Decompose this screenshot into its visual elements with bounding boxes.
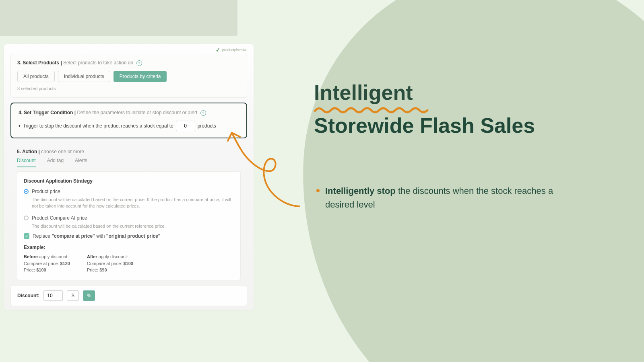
all-products-button[interactable]: All products [17,71,55,82]
example-columns: Before apply discount: Compare at price:… [24,253,234,274]
replace-checkbox[interactable]: ✓ [24,233,29,239]
discount-bar: Discount: $ % [10,285,247,306]
discount-value-input[interactable] [43,290,63,301]
radio-compare-at-price[interactable] [24,216,29,220]
tab-discount[interactable]: Discount [17,158,36,167]
example-label: Example: [24,245,234,250]
app-settings-card: ✔ productphrenia 3. Select Products | Se… [4,44,254,310]
opt2-label: Product Compare At price [32,215,87,221]
callout-text: Intelligently stop the discounts when th… [316,184,574,212]
radio-product-price[interactable] [24,189,29,194]
bullet-icon: • [19,123,21,129]
unit-dollar-button[interactable]: $ [67,290,79,301]
replace-text: Replace "compare at price" with "origina… [33,233,161,239]
strategy-title: Discount Application Strategy [24,178,234,184]
trigger-stock-input[interactable] [176,121,195,131]
tab-add-tag[interactable]: Add tag [47,158,64,167]
panel-trigger-condition: 4. Set Trigger Condition | Define the pa… [10,103,247,138]
brand-logo: ✔ productphrenia [216,47,246,53]
discount-label: Discount: [17,293,39,298]
panel-select-products: 3. Select Products | Select products to … [10,54,247,98]
panel-action: 5. Action | choose one or more Discount … [10,143,247,280]
opt1-desc: The discount will be calculated based on… [32,197,234,210]
headline-line2: Storewide Flash Sales [314,113,535,138]
headline-line1: Intelligent [314,80,413,105]
individual-products-button[interactable]: Individual products [58,71,110,82]
opt2-desc: The discount will be calculated based on… [32,223,234,230]
products-by-criteria-button[interactable]: Products by criteria [114,71,167,82]
callout-bold: Intelligently stop [325,186,396,196]
step4-heading: 4. Set Trigger Condition [19,110,73,115]
help-icon[interactable]: ? [136,60,142,66]
tab-alerts[interactable]: Alerts [75,158,87,167]
opt1-label: Product price [32,189,60,194]
help-icon[interactable]: ? [200,110,206,116]
step3-heading: 3. Select Products [17,60,59,66]
squiggle-underline-icon [314,105,431,113]
logo-mark-icon: ✔ [215,46,221,53]
unit-percent-button[interactable]: % [83,290,95,301]
step3-sub: Select products to take action on [63,60,133,66]
brand-text: productphrenia [222,48,246,52]
step5-heading: 5. Action [17,149,37,154]
step4-sub: Define the parameters to initiate or sto… [77,110,197,115]
callout-arrow-icon [223,128,320,212]
step5-sub: choose one or more [41,149,84,154]
selected-count: 8 selected products [17,86,240,91]
trigger-text-prefix: Trigger to stop the discount when the pr… [23,123,173,129]
trigger-text-suffix: products [198,123,216,129]
strategy-card: Discount Application Strategy Product pr… [17,171,241,280]
